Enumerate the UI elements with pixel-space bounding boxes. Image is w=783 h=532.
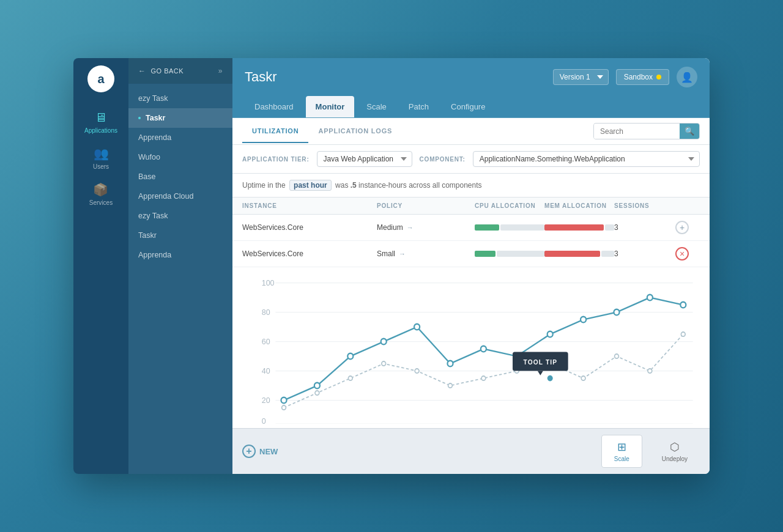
sidebar-label: Apprenda [138,133,171,142]
main-header: Taskr Version 1 Sandbox 👤 [232,58,710,96]
svg-point-12 [281,397,286,404]
new-label: NEW [259,447,278,456]
uptime-text-end: instance-hours across all components [358,181,481,190]
sidebar-item-ezy-task-2[interactable]: ezy Task [128,206,232,226]
svg-point-13 [314,383,320,389]
tab-configure[interactable]: Configure [441,96,495,117]
sidebar-item-base[interactable]: Base [128,167,232,187]
applications-icon: 🖥 [95,111,107,125]
instance-name: WebServices.Core [242,223,377,232]
search-button[interactable]: 🔍 [680,124,699,139]
svg-point-14 [347,353,353,360]
main-content: Taskr Version 1 Sandbox 👤 Dashboard Moni… [232,58,710,474]
policy-label: Small [377,249,395,258]
svg-point-16 [414,324,420,330]
svg-point-23 [647,295,653,301]
svg-text:TOOL TIP: TOOL TIP [523,358,557,366]
instance-name: WebServices.Core [242,249,377,258]
svg-text:80: 80 [262,308,270,317]
chart-area: 100 80 60 40 20 0 [232,267,710,428]
svg-point-29 [415,369,419,373]
page-title: Taskr [245,69,546,85]
row-action-cell: + [675,221,700,234]
user-avatar[interactable]: 👤 [677,67,697,87]
sidebar-label: Wufoo [138,153,160,161]
sidebar-item-taskr[interactable]: Taskr [128,108,232,128]
undeploy-icon: ⬡ [670,440,680,454]
remove-instance-button[interactable]: × [675,247,689,260]
policy-cell: Medium → [377,223,475,232]
mem-empty [605,224,614,231]
sidebar-item-taskr-2[interactable]: Taskr [128,226,232,245]
new-plus-icon: + [242,445,256,458]
sidebar-item-apprenda-2[interactable]: Apprenda [128,245,232,265]
uptime-row: Uptime in the past hour was .5 instance-… [232,174,710,198]
services-icon: 📦 [93,182,108,197]
svg-point-27 [348,376,352,380]
svg-point-35 [615,354,619,358]
sidebar-label: Apprenda Cloud [138,192,193,201]
cpu-bar [475,224,544,231]
add-instance-button[interactable]: + [675,221,689,234]
tab-scale[interactable]: Scale [357,96,396,117]
app-logo[interactable]: a [87,65,114,92]
sub-tab-application-logs[interactable]: APPLICATION LOGS [308,120,402,143]
cpu-filled [475,224,499,231]
sandbox-label: Sandbox [624,73,653,81]
table-row: WebServices.Core Small → [232,241,710,267]
collapse-icon[interactable]: » [218,67,223,75]
th-sessions: SESSIONS [614,202,675,209]
search-input[interactable] [594,124,680,139]
svg-point-18 [481,346,486,352]
sidebar-item-apprenda-cloud[interactable]: Apprenda Cloud [128,187,232,206]
svg-point-15 [381,339,387,345]
tab-dashboard[interactable]: Dashboard [245,96,303,117]
svg-point-37 [681,332,685,336]
nav-label-services: Services [89,199,113,206]
sidebar-label: Taskr [146,114,165,122]
tier-select[interactable]: Java Web Application [317,151,412,167]
row-action-cell: × [675,247,700,260]
version-select[interactable]: Version 1 [553,69,609,85]
nav-item-users[interactable]: 👥 Users [93,146,109,170]
svg-point-28 [382,361,386,366]
svg-point-25 [282,405,286,410]
svg-point-20 [547,331,553,338]
table-row: WebServices.Core Medium → [232,215,710,241]
nav-item-services[interactable]: 📦 Services [89,182,113,206]
th-policy: POLICY [377,202,475,209]
sidebar-item-wufoo[interactable]: Wufoo [128,147,232,167]
tabs-bar: Dashboard Monitor Scale Patch Configure [232,96,710,118]
tier-label: APPLICATION TIER: [242,156,310,163]
new-button[interactable]: + NEW [242,445,278,458]
undeploy-action[interactable]: ⬡ Undeploy [650,435,700,467]
policy-label: Medium [377,223,403,232]
svg-point-30 [448,383,453,388]
sub-tab-utilization[interactable]: UTILIZATION [242,120,308,143]
cpu-empty [500,224,544,231]
svg-point-22 [614,309,619,316]
sidebar-label: Apprenda [138,251,171,259]
sidebar-header[interactable]: ← GO BACK » [128,58,232,84]
undeploy-label: Undeploy [662,456,688,462]
uptime-highlight: past hour [289,180,332,191]
svg-point-31 [481,376,486,380]
nav-item-applications[interactable]: 🖥 Applications [84,111,117,134]
sidebar-label: ezy Task [138,212,168,220]
scale-label: Scale [614,456,629,462]
nav-label-users: Users [93,163,109,170]
tab-patch[interactable]: Patch [399,96,439,117]
sidebar-item-apprenda[interactable]: Apprenda [128,128,232,147]
component-label: COMPONENT: [420,156,466,163]
th-cpu: CPU ALLOCATION [475,202,544,209]
cpu-bar-cell [475,224,544,231]
svg-text:40: 40 [262,366,270,375]
svg-point-26 [315,391,319,395]
tab-monitor[interactable]: Monitor [306,96,355,117]
sidebar-item-ezy-task-1[interactable]: ezy Task [128,89,232,108]
th-mem: MEM ALLOCATION [544,202,614,209]
scale-action[interactable]: ⊞ Scale [601,435,642,468]
scale-icon: ⊞ [617,440,626,454]
svg-point-36 [648,369,652,373]
component-select[interactable]: ApplicationName.Something.WebApplication [473,151,700,167]
